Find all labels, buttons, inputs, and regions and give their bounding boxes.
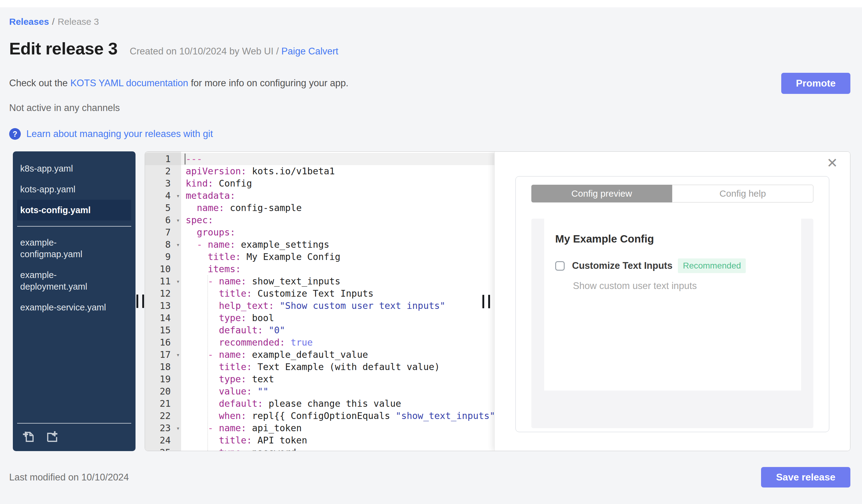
save-release-button[interactable]: Save release: [761, 467, 850, 488]
code-line-22: when: repl{{ ConfigOptionEquals "show_te…: [181, 410, 494, 422]
line-number: 5: [165, 202, 171, 213]
breadcrumb-releases-link[interactable]: Releases: [9, 16, 49, 27]
gutter-line-11: 11▾: [145, 275, 181, 288]
gutter-line-9: 9: [145, 251, 181, 263]
sidebar-actions: [13, 423, 135, 451]
line-number: 25: [160, 447, 171, 451]
release-workbench: k8s-app.yamlkots-app.yamlkots-config.yam…: [13, 151, 850, 451]
top-strip: [0, 0, 862, 7]
code-line-3: kind: Config: [181, 177, 494, 190]
promote-button[interactable]: Promote: [781, 73, 850, 94]
line-number: 19: [160, 374, 171, 384]
gutter-line-5: 5: [145, 202, 181, 214]
line-number: 3: [165, 178, 171, 189]
line-number: 6: [165, 215, 171, 225]
gutter-line-1: 1: [145, 153, 181, 165]
doc-line: Check out the KOTS YAML documentation fo…: [9, 73, 349, 89]
line-number: 1: [165, 154, 171, 164]
config-item-help: Show custom user text inputs: [573, 280, 792, 291]
file-item-example-configmap.yaml[interactable]: example-configmap.yaml: [13, 232, 114, 265]
gutter-line-6: 6▾: [145, 214, 181, 226]
config-item-row: Customize Text Inputs Recommended: [555, 258, 792, 273]
gutter-line-10: 10: [145, 263, 181, 275]
customize-text-inputs-checkbox[interactable]: [555, 261, 565, 271]
code-line-12: title: Customize Text Inputs: [181, 288, 494, 300]
code-line-9: title: My Example Config: [181, 251, 494, 263]
close-icon[interactable]: ✕: [825, 156, 840, 170]
editor-container: 1234▾56▾78▾91011▾121314151617▾1819202122…: [145, 151, 850, 451]
kots-docs-link[interactable]: KOTS YAML documentation: [70, 78, 188, 88]
breadcrumb-separator: /: [52, 16, 54, 27]
fold-arrow-icon[interactable]: ▾: [176, 239, 180, 251]
fold-arrow-icon[interactable]: ▾: [176, 214, 180, 226]
sidebar-actions-divider: [17, 423, 131, 424]
code-line-10: items:: [181, 263, 494, 275]
code-line-13: help_text: "Show custom user text inputs…: [181, 300, 494, 312]
preview-tabs: Config previewConfig help: [531, 185, 813, 202]
line-number: 7: [165, 227, 171, 238]
editor-cursor: [184, 154, 186, 164]
tab-config-preview[interactable]: Config preview: [531, 185, 672, 202]
recommended-badge: Recommended: [678, 258, 746, 273]
tab-config-help[interactable]: Config help: [672, 185, 813, 202]
line-number: 4: [165, 190, 171, 201]
code-line-15: default: "0": [181, 324, 494, 336]
config-item-label: Customize Text Inputs: [572, 260, 672, 271]
gutter-line-7: 7: [145, 226, 181, 239]
doc-line-prefix: Check out the: [9, 78, 70, 88]
author-link[interactable]: Paige Calvert: [282, 46, 338, 56]
edit-release-page: Releases/Release 3 Edit release 3 Create…: [0, 0, 862, 504]
fold-arrow-icon[interactable]: ▾: [176, 190, 180, 202]
gutter-line-12: 12: [145, 288, 181, 300]
code-line-19: type: text: [181, 373, 494, 385]
fold-arrow-icon[interactable]: ▾: [176, 349, 180, 361]
line-number: 20: [160, 386, 171, 397]
line-number: 9: [165, 251, 171, 262]
code-line-8: - name: example_settings: [181, 239, 494, 251]
code-line-1: ---: [181, 153, 494, 165]
file-list-divider: [17, 226, 131, 227]
fold-arrow-icon[interactable]: ▾: [176, 422, 180, 434]
file-item-k8s-app.yaml[interactable]: k8s-app.yaml: [13, 158, 114, 179]
line-number: 23: [160, 423, 171, 433]
code-line-5: name: config-sample: [181, 202, 494, 214]
sidebar-resize-handle[interactable]: [135, 151, 145, 451]
drag-bar-icon: [488, 295, 490, 308]
gutter-line-2: 2: [145, 165, 181, 177]
file-item-example-service.yaml[interactable]: example-service.yaml: [13, 297, 114, 318]
channel-status: Not active in any channels: [9, 103, 850, 114]
panel-resize-handle[interactable]: [482, 295, 490, 308]
config-preview-panel: ✕ Config previewConfig help My Example C…: [494, 152, 850, 451]
fold-arrow-icon[interactable]: ▾: [176, 275, 180, 288]
gutter-line-18: 18: [145, 361, 181, 373]
code-line-4: metadata:: [181, 190, 494, 202]
code-line-23: - name: api_token: [181, 422, 494, 434]
add-folder-button[interactable]: [45, 430, 59, 445]
gutter-line-15: 15: [145, 324, 181, 336]
code-line-20: value: "": [181, 385, 494, 398]
file-item-kots-config.yaml[interactable]: kots-config.yaml: [17, 200, 131, 221]
line-number: 18: [160, 361, 171, 372]
page-title: Edit release 3: [9, 39, 117, 58]
line-number: 21: [160, 398, 171, 409]
line-number: 13: [160, 300, 171, 311]
line-number: 17: [160, 349, 171, 360]
git-help-row: ? Learn about managing your releases wit…: [9, 128, 850, 140]
code-editor[interactable]: ---apiVersion: kots.io/v1beta1kind: Conf…: [181, 152, 494, 451]
doc-line-suffix: for more info on configuring your app.: [188, 78, 349, 88]
config-group-title: My Example Config: [555, 233, 792, 245]
doc-row: Check out the KOTS YAML documentation fo…: [9, 73, 850, 94]
gutter-line-20: 20: [145, 385, 181, 398]
file-list: k8s-app.yamlkots-app.yamlkots-config.yam…: [13, 151, 135, 318]
file-item-kots-app.yaml[interactable]: kots-app.yaml: [13, 179, 114, 200]
add-file-button[interactable]: [22, 430, 36, 445]
help-icon: ?: [9, 128, 21, 140]
preview-card: Config previewConfig help My Example Con…: [515, 176, 829, 432]
gutter-line-16: 16: [145, 336, 181, 349]
breadcrumb: Releases/Release 3: [9, 16, 850, 27]
git-releases-link[interactable]: Learn about managing your releases with …: [26, 129, 213, 140]
code-line-21: default: please change this value: [181, 398, 494, 410]
add-folder-icon: [45, 430, 59, 444]
code-line-11: - name: show_text_inputs: [181, 275, 494, 288]
file-item-example-deployment.yaml[interactable]: example-deployment.yaml: [13, 265, 114, 297]
